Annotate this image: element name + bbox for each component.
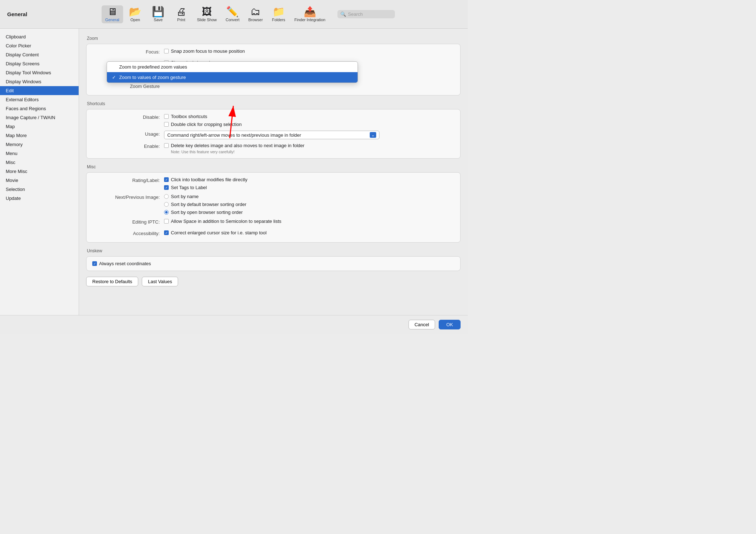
next-prev-default-radio[interactable] — [164, 202, 169, 207]
sidebar-item-map-more[interactable]: Map More — [0, 131, 79, 140]
toolbar-finder[interactable]: 📤 Finder Integration — [291, 5, 329, 23]
rating-toolbar-label: Click into toolbar modifies file directl… — [171, 177, 247, 182]
toolbar-folders[interactable]: 📁 Folders — [268, 5, 289, 23]
search-input[interactable]: Search — [348, 11, 363, 17]
misc-title: Misc — [87, 164, 461, 169]
editing-iptc-control: Allow Space in addition to Semicolon to … — [164, 219, 454, 224]
rating-tags-checkbox[interactable]: ✓ — [164, 185, 169, 190]
sidebar-item-movie[interactable]: Movie — [0, 176, 79, 185]
disable-toolbox-checkbox[interactable] — [164, 114, 169, 119]
editing-iptc-checkbox[interactable] — [164, 219, 169, 224]
sidebar-item-misc[interactable]: Misc — [0, 158, 79, 167]
toolbar-general[interactable]: 🖥 General — [102, 5, 123, 23]
focus-checkbox[interactable] — [164, 49, 169, 53]
enable-control: Delete key deletes image and also moves … — [164, 143, 454, 154]
toolbar-general-label: General — [105, 18, 119, 22]
sidebar-item-more-misc[interactable]: More Misc — [0, 167, 79, 176]
unskew-checkbox[interactable]: ✓ — [92, 261, 97, 266]
usage-dropdown-value: Command right/left-arrow moves to next/p… — [167, 132, 301, 138]
dropdown-option-predefined[interactable]: Zoom to predefined zoom values — [107, 62, 358, 72]
rating-control: ✓ Click into toolbar modifies file direc… — [164, 177, 454, 190]
finder-icon: 📤 — [304, 7, 316, 17]
dropdown-option-predefined-label: Zoom to predefined zoom values — [119, 64, 187, 70]
sidebar-item-faces-regions[interactable]: Faces and Regions — [0, 104, 79, 113]
search-icon: 🔍 — [340, 11, 346, 17]
focus-checkbox-label: Snap zoom focus to mouse position — [171, 48, 245, 54]
cancel-button[interactable]: Cancel — [409, 320, 435, 329]
enable-checkbox[interactable] — [164, 143, 169, 148]
disable-doubleclick-label: Double click for cropping selection — [171, 122, 242, 127]
enable-sub-label: Note: Use this feature very carefully! — [164, 150, 304, 154]
toolbar-convert[interactable]: ✏️ Convert — [222, 5, 243, 23]
sidebar-item-update[interactable]: Update — [0, 194, 79, 203]
toolbar-folders-label: Folders — [272, 18, 285, 22]
disable-doubleclick-checkbox[interactable] — [164, 122, 169, 127]
toolbar-open[interactable]: 📂 Open — [125, 5, 146, 23]
toolbar-print[interactable]: 🖨 Print — [171, 5, 192, 23]
next-prev-name-radio[interactable] — [164, 194, 169, 199]
zoom-title: Zoom — [87, 36, 461, 41]
sidebar-item-memory[interactable]: Memory — [0, 140, 79, 149]
print-icon: 🖨 — [176, 7, 186, 17]
disable-toolbox-row: Toolbox shortcuts — [164, 114, 242, 119]
usage-dropdown[interactable]: Command right/left-arrow moves to next/p… — [164, 131, 379, 139]
dropdown-option-gesture-label: Zoom to values of zoom gesture — [119, 75, 186, 80]
disable-doubleclick-row: Double click for cropping selection — [164, 122, 242, 127]
sidebar-item-clipboard[interactable]: Clipboard — [0, 32, 79, 41]
usage-label: Usage: — [92, 131, 164, 137]
accessibility-checkbox[interactable]: ✓ — [164, 230, 169, 235]
toolbar-save-label: Save — [154, 18, 163, 22]
next-prev-name-label: Sort by name — [171, 194, 199, 199]
content-area: Zoom Focus: Snap zoom focus to mouse pos… — [79, 29, 468, 315]
focus-label: Focus: — [92, 48, 164, 55]
next-prev-label: Next/Previous Image: — [92, 194, 164, 200]
sidebar-item-image-capture[interactable]: Image Capture / TWAIN — [0, 113, 79, 122]
disable-control: Toolbox shortcuts Double click for cropp… — [164, 114, 454, 127]
dropdown-option-gesture[interactable]: ✓ Zoom to values of zoom gesture — [107, 72, 358, 83]
sidebar-item-map[interactable]: Map — [0, 122, 79, 131]
toolbar-convert-label: Convert — [225, 18, 239, 22]
toolbar-browser[interactable]: 🗂 Browser — [245, 5, 266, 23]
rating-tags-label: Set Tags to Label — [171, 185, 207, 190]
sidebar-item-selection[interactable]: Selection — [0, 185, 79, 194]
sidebar-item-color-picker[interactable]: Color Picker — [0, 41, 79, 50]
disable-row: Disable: Toolbox shortcuts Double click … — [92, 114, 454, 127]
next-prev-default-label: Sort by default browser sorting order — [171, 202, 246, 207]
slideshow-icon: 🖼 — [202, 7, 212, 17]
sidebar-item-display-tool-windows[interactable]: Display Tool Windows — [0, 68, 79, 77]
toolbar-open-label: Open — [130, 18, 140, 22]
rating-toolbar-checkbox[interactable]: ✓ — [164, 177, 169, 182]
unskew-label: Always reset coordinates — [99, 261, 151, 266]
next-prev-open-radio[interactable] — [164, 210, 169, 215]
restore-defaults-button[interactable]: Restore to Defaults — [86, 277, 138, 286]
sidebar-item-external-editors[interactable]: External Editors — [0, 95, 79, 104]
shortcuts-title: Shortcuts — [87, 101, 461, 106]
last-values-button[interactable]: Last Values — [142, 277, 178, 286]
usage-dropdown-arrow: ⌄ — [370, 132, 376, 138]
toolbar-browser-label: Browser — [248, 18, 263, 22]
toolbar-save[interactable]: 💾 Save — [148, 5, 169, 23]
next-prev-name-row: Sort by name — [164, 194, 246, 199]
no-check — [112, 64, 117, 70]
sidebar: Clipboard Color Picker Display Content D… — [0, 29, 79, 315]
unskew-section: Unskew ✓ Always reset coordinates — [86, 248, 461, 271]
ok-button[interactable]: OK — [439, 320, 461, 329]
focus-row: Focus: Snap zoom focus to mouse position — [92, 48, 454, 56]
next-prev-default-row: Sort by default browser sorting order — [164, 202, 246, 207]
rating-tags-row: ✓ Set Tags to Label — [164, 185, 247, 190]
toolbar-slideshow[interactable]: 🖼 Slide Show — [193, 5, 220, 23]
zoom-box: Focus: Snap zoom focus to mouse position… — [86, 44, 461, 95]
enable-row: Enable: Delete key deletes image and als… — [92, 143, 454, 154]
sidebar-item-display-content[interactable]: Display Content — [0, 50, 79, 59]
usage-row: Usage: Command right/left-arrow moves to… — [92, 131, 454, 139]
enable-label: Enable: — [92, 143, 164, 149]
editing-iptc-row: Editing IPTC: Allow Space in addition to… — [92, 219, 454, 226]
sidebar-item-menu[interactable]: Menu — [0, 149, 79, 158]
sidebar-item-display-windows[interactable]: Display Windows — [0, 77, 79, 86]
sidebar-item-edit[interactable]: Edit — [0, 86, 79, 95]
search-box[interactable]: 🔍 Search — [337, 10, 395, 18]
disable-toolbox-label: Toolbox shortcuts — [171, 114, 207, 119]
title-bar: General 🖥 General 📂 Open 💾 Save 🖨 Print … — [0, 0, 468, 29]
sidebar-item-display-screens[interactable]: Display Screens — [0, 59, 79, 68]
toolbar-slideshow-label: Slide Show — [197, 18, 217, 22]
